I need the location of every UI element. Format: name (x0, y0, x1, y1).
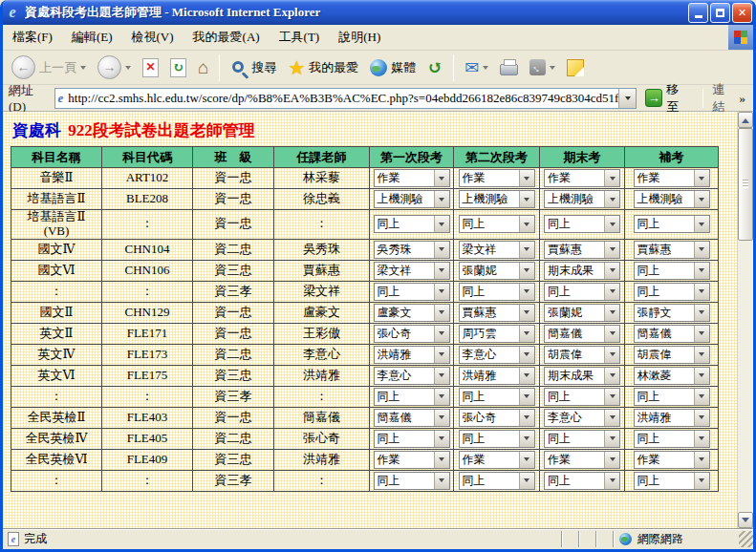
resize-grip-icon[interactable] (739, 531, 753, 547)
scrollbar-thumb[interactable] (738, 128, 753, 241)
exam1-select[interactable]: 同上 (374, 283, 450, 301)
select-dropdown-arrow-icon[interactable] (694, 389, 709, 405)
print-button[interactable] (495, 57, 523, 77)
menu-favorites[interactable]: 我的最愛(A) (193, 29, 260, 46)
makeup-select[interactable]: 作業 (634, 169, 710, 187)
menu-tools[interactable]: 工具(T) (279, 29, 320, 46)
exam1-select[interactable]: 李意心 (374, 367, 450, 385)
select-dropdown-arrow-icon[interactable] (694, 473, 709, 489)
exam1-select[interactable]: 作業 (374, 451, 450, 469)
favorites-button[interactable]: ★ 我的最愛 (283, 56, 363, 79)
select-dropdown-arrow-icon[interactable] (519, 410, 534, 426)
select-dropdown-arrow-icon[interactable] (519, 242, 534, 258)
select-dropdown-arrow-icon[interactable] (694, 242, 709, 258)
select-dropdown-arrow-icon[interactable] (434, 389, 449, 405)
select-dropdown-arrow-icon[interactable] (694, 347, 709, 363)
select-dropdown-arrow-icon[interactable] (604, 368, 619, 384)
select-dropdown-arrow-icon[interactable] (694, 368, 709, 384)
select-dropdown-arrow-icon[interactable] (519, 326, 534, 342)
exam2-select[interactable]: 同上 (459, 388, 535, 406)
exam2-select[interactable]: 洪靖雅 (459, 367, 535, 385)
select-dropdown-arrow-icon[interactable] (694, 410, 709, 426)
forward-dropdown-icon[interactable] (125, 66, 131, 73)
exam1-select[interactable]: 同上 (374, 215, 450, 233)
mail-dropdown-icon[interactable] (483, 66, 488, 73)
forward-button[interactable]: → (93, 53, 136, 81)
final_exam-select[interactable]: 同上 (544, 215, 620, 233)
select-dropdown-arrow-icon[interactable] (694, 216, 709, 232)
final_exam-select[interactable]: 張蘭妮 (544, 304, 620, 322)
exam2-select[interactable]: 同上 (459, 472, 535, 490)
exam2-select[interactable]: 張蘭妮 (459, 262, 535, 280)
exam2-select[interactable]: 張心奇 (459, 409, 535, 427)
stop-button[interactable]: ✕ (138, 56, 163, 79)
select-dropdown-arrow-icon[interactable] (604, 263, 619, 279)
select-dropdown-arrow-icon[interactable] (694, 284, 709, 300)
select-dropdown-arrow-icon[interactable] (694, 452, 709, 468)
select-dropdown-arrow-icon[interactable] (604, 473, 619, 489)
messenger-button[interactable] (562, 57, 589, 78)
select-dropdown-arrow-icon[interactable] (519, 452, 534, 468)
mail-button[interactable]: ✉ (460, 57, 493, 78)
select-dropdown-arrow-icon[interactable] (519, 170, 534, 186)
makeup-select[interactable]: 同上 (634, 430, 710, 448)
exam2-select[interactable]: 作業 (459, 451, 535, 469)
scroll-down-button[interactable] (738, 512, 753, 528)
back-dropdown-icon[interactable] (80, 66, 86, 73)
history-button[interactable]: ↺ (422, 56, 447, 78)
makeup-select[interactable]: 上機測驗 (634, 190, 710, 208)
select-dropdown-arrow-icon[interactable] (434, 473, 449, 489)
select-dropdown-arrow-icon[interactable] (434, 284, 449, 300)
select-dropdown-arrow-icon[interactable] (434, 368, 449, 384)
address-url[interactable]: http://cc2.smhs.hlc.edu.tw/score/dp/%B8%… (68, 91, 618, 106)
select-dropdown-arrow-icon[interactable] (604, 347, 619, 363)
select-dropdown-arrow-icon[interactable] (519, 473, 534, 489)
select-dropdown-arrow-icon[interactable] (604, 431, 619, 447)
select-dropdown-arrow-icon[interactable] (519, 284, 534, 300)
go-button[interactable]: → 移至 (642, 80, 692, 117)
menu-file[interactable]: 檔案(F) (12, 29, 53, 46)
exam1-select[interactable]: 同上 (374, 430, 450, 448)
select-dropdown-arrow-icon[interactable] (434, 191, 449, 207)
makeup-select[interactable]: 同上 (634, 472, 710, 490)
final_exam-select[interactable]: 期末成果 (544, 367, 620, 385)
select-dropdown-arrow-icon[interactable] (694, 191, 709, 207)
final_exam-select[interactable]: 上機測驗 (544, 190, 620, 208)
search-button[interactable]: 搜尋 (226, 57, 281, 78)
makeup-select[interactable]: 洪靖雅 (634, 409, 710, 427)
links-chevron-icon[interactable]: » (740, 91, 746, 106)
select-dropdown-arrow-icon[interactable] (434, 216, 449, 232)
makeup-select[interactable]: 作業 (634, 451, 710, 469)
select-dropdown-arrow-icon[interactable] (434, 263, 449, 279)
select-dropdown-arrow-icon[interactable] (434, 431, 449, 447)
refresh-button[interactable]: ↻ (165, 56, 191, 79)
address-dropdown-button[interactable] (618, 89, 636, 108)
scrollbar-track[interactable] (738, 128, 753, 512)
final_exam-select[interactable]: 同上 (544, 430, 620, 448)
makeup-select[interactable]: 同上 (634, 262, 710, 280)
edit-button[interactable]: ↔ (525, 57, 560, 77)
exam2-select[interactable]: 賈蘇惠 (459, 304, 535, 322)
exam1-select[interactable]: 張心奇 (374, 325, 450, 343)
select-dropdown-arrow-icon[interactable] (604, 326, 619, 342)
select-dropdown-arrow-icon[interactable] (694, 263, 709, 279)
final_exam-select[interactable]: 賈蘇惠 (544, 241, 620, 259)
makeup-select[interactable]: 同上 (634, 388, 710, 406)
makeup-select[interactable]: 林漱菱 (634, 367, 710, 385)
scroll-up-button[interactable] (738, 112, 753, 128)
select-dropdown-arrow-icon[interactable] (434, 452, 449, 468)
exam2-select[interactable]: 同上 (459, 215, 535, 233)
select-dropdown-arrow-icon[interactable] (604, 410, 619, 426)
exam1-select[interactable]: 洪靖雅 (374, 346, 450, 364)
select-dropdown-arrow-icon[interactable] (604, 216, 619, 232)
select-dropdown-arrow-icon[interactable] (694, 305, 709, 321)
exam2-select[interactable]: 上機測驗 (459, 190, 535, 208)
exam2-select[interactable]: 周巧雲 (459, 325, 535, 343)
exam2-select[interactable]: 同上 (459, 430, 535, 448)
makeup-select[interactable]: 胡震偉 (634, 346, 710, 364)
exam1-select[interactable]: 簡嘉儀 (374, 409, 450, 427)
select-dropdown-arrow-icon[interactable] (519, 389, 534, 405)
select-dropdown-arrow-icon[interactable] (604, 242, 619, 258)
makeup-select[interactable]: 同上 (634, 283, 710, 301)
menu-edit[interactable]: 編輯(E) (72, 29, 113, 46)
